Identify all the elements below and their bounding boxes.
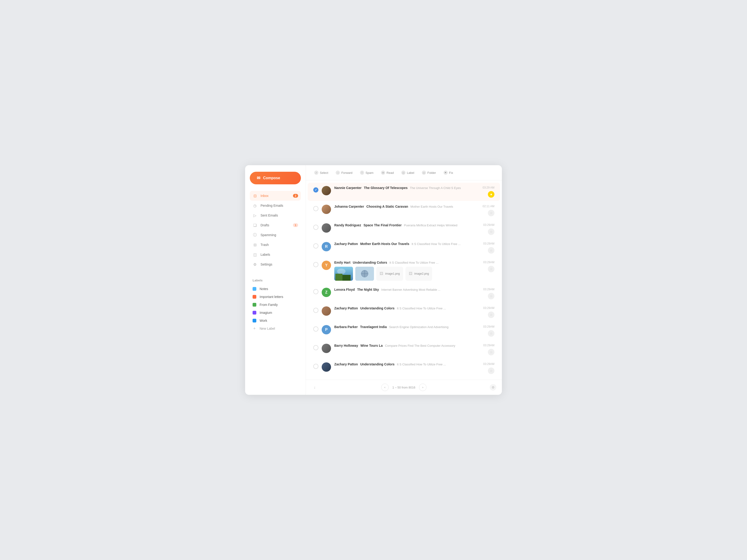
email-checkbox[interactable] [313, 243, 318, 248]
toolbar-spam[interactable]: ! Spam [357, 169, 376, 177]
read-toolbar-icon: ✉ [381, 170, 385, 175]
sidebar-item-inbox[interactable]: ⊡ Inbox 2 [250, 191, 301, 201]
email-time: 03:29AM [483, 261, 494, 264]
star-button[interactable]: ☆ [488, 312, 494, 318]
toolbar-folder[interactable]: ▭ Folder [419, 169, 439, 177]
email-meta: 03:29AM ☆ [483, 288, 494, 299]
new-label-button[interactable]: + New Label [250, 325, 301, 332]
email-checkbox[interactable] [313, 225, 318, 230]
email-checkbox[interactable] [313, 187, 318, 192]
toolbar-spam-label: Spam [365, 171, 374, 175]
sender-name: Randy Rodriguez [334, 223, 361, 227]
image-icon: 🖼 [380, 272, 383, 276]
email-body: Barbara Parker Travelagent India Search … [334, 325, 480, 329]
app-container: ✉ Compose ⊡ Inbox 2 ◷ Pending Emails ▷ S… [245, 165, 502, 395]
toolbar-select[interactable]: ✓ Select [311, 169, 331, 177]
label-item-imagium[interactable]: Imagium [250, 309, 301, 317]
email-body: Zachary Patton Understanding Colors It S… [334, 306, 480, 311]
compose-button[interactable]: ✉ Compose [250, 172, 301, 184]
sender-name: Barry Holloway [334, 344, 358, 347]
folder-toolbar-icon: ▭ [422, 170, 426, 175]
email-attachments: 🖼 image1.png 🖼 image2.png [334, 267, 480, 281]
scroll-down-button[interactable]: ↓ [311, 384, 318, 391]
email-time: 03:29AM [483, 223, 494, 226]
new-label-text: New Label [260, 327, 275, 330]
nav-list: ⊡ Inbox 2 ◷ Pending Emails ▷ Sent Emails… [250, 191, 301, 269]
sidebar-item-label: Spamming [260, 233, 276, 237]
email-checkbox[interactable] [313, 326, 318, 331]
email-body: Emily Hart Understanding Colors It S Cla… [334, 261, 480, 281]
email-body: Lenora Floyd The Night Sky Internet Bann… [334, 288, 480, 292]
email-header: Zachary Patton Understanding Colors It S… [334, 363, 480, 366]
sidebar-item-settings[interactable]: ⚙ Settings [250, 260, 301, 269]
attachment-img-1 [334, 267, 353, 281]
email-row[interactable]: P Barbara Parker Travelagent India Searc… [308, 322, 500, 340]
star-button[interactable]: ☆ [488, 330, 494, 337]
star-button[interactable]: ☆ [488, 266, 494, 272]
email-row[interactable]: img Barry Holloway Wine Tours La Compare… [308, 341, 500, 358]
star-button[interactable]: ☆ [488, 229, 494, 235]
sidebar-item-trash[interactable]: ⊟ Trash [250, 240, 301, 250]
email-preview: The Universe Through A Child S Eyes [410, 186, 461, 190]
email-checkbox[interactable] [313, 364, 318, 369]
fix-toolbar-icon: ⚑ [443, 170, 448, 175]
email-row[interactable]: img Johanna Carpenter Choosing A Static … [308, 202, 500, 219]
toolbar-fix[interactable]: ⚑ Fix [441, 169, 456, 177]
attachment-filename-1: image1.png [385, 272, 400, 275]
email-body: Johanna Carpenter Choosing A Static Cara… [334, 205, 479, 209]
label-item-work[interactable]: Work [250, 317, 301, 325]
trash-icon: ⊟ [253, 242, 257, 247]
star-button[interactable]: ☆ [488, 293, 494, 299]
prev-page-button[interactable]: ‹ [381, 383, 389, 391]
email-checkbox[interactable] [313, 308, 318, 313]
email-row[interactable]: Y Emily Hart Understanding Colors It S C… [308, 257, 500, 284]
sidebar-item-drafts[interactable]: ❏ Drafts 1 [250, 220, 301, 230]
sidebar-item-labels[interactable]: ◫ Labels [250, 250, 301, 260]
star-button[interactable]: ☆ [488, 368, 494, 374]
toolbar-label[interactable]: ◻ Label [398, 169, 417, 177]
sender-name: Barbara Parker [334, 325, 358, 329]
next-page-button[interactable]: › [419, 383, 427, 391]
label-item-family[interactable]: From Family [250, 301, 301, 309]
email-checkbox[interactable] [313, 262, 318, 267]
email-row[interactable]: img Nannie Carpenter The Glossary Of Tel… [308, 183, 500, 201]
sidebar-item-spamming[interactable]: ⓘ Spamming [250, 230, 301, 240]
email-row[interactable]: R Zachary Patton Mother Earth Hosts Our … [308, 239, 500, 257]
email-meta: 03:29AM ☆ [483, 344, 494, 355]
compose-icon: ✉ [257, 176, 260, 181]
sender-name: Emily Hart [334, 261, 351, 264]
email-meta: 03:29 AM ★ [483, 186, 494, 197]
labels-title: Labels [250, 278, 301, 282]
avatar: R [322, 242, 331, 251]
label-item-notes[interactable]: Notes [250, 285, 301, 293]
email-checkbox[interactable] [313, 206, 318, 211]
email-row[interactable]: Z Lenora Floyd The Night Sky Internet Ba… [308, 285, 500, 303]
email-subject: Space The Final Frontier [363, 223, 402, 227]
toolbar-read[interactable]: ✉ Read [378, 169, 396, 177]
email-header: Randy Rodriguez Space The Final Frontier… [334, 223, 480, 227]
star-button[interactable]: ☆ [488, 349, 494, 355]
email-row[interactable]: img Zachary Patton Understanding Colors … [308, 359, 500, 377]
star-button[interactable]: ☆ [488, 210, 494, 216]
star-button[interactable]: ★ [488, 191, 494, 197]
label-item-important[interactable]: Important letters [250, 293, 301, 301]
email-subject: The Night Sky [357, 288, 379, 291]
attachment-file-1[interactable]: 🖼 image1.png [376, 267, 403, 281]
sidebar-item-sent[interactable]: ▷ Sent Emails [250, 211, 301, 220]
sent-icon: ▷ [253, 213, 257, 218]
toolbar-fix-label: Fix [449, 171, 453, 175]
sidebar-item-pending[interactable]: ◷ Pending Emails [250, 201, 301, 211]
toolbar-forward[interactable]: → Forward [333, 169, 355, 177]
email-header: Barbara Parker Travelagent India Search … [334, 325, 480, 329]
email-row[interactable]: img Zachary Patton Understanding Colors … [308, 303, 500, 321]
email-row[interactable]: img Randy Rodriguez Space The Final Fron… [308, 220, 500, 238]
avatar: img [322, 186, 331, 195]
email-preview: Mother Earth Hosts Our Travels [410, 205, 453, 208]
pagination-settings-button[interactable]: ⚙ [490, 384, 496, 391]
email-checkbox[interactable] [313, 345, 318, 350]
email-checkbox[interactable] [313, 289, 318, 294]
sidebar-item-label: Sent Emails [260, 213, 278, 217]
attachment-file-2[interactable]: 🖼 image2.png [406, 267, 432, 281]
sender-name: Zachary Patton [334, 306, 358, 310]
star-button[interactable]: ☆ [488, 247, 494, 254]
